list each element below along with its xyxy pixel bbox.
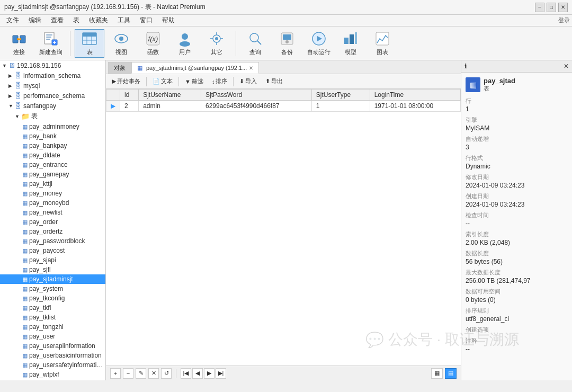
edit-record-btn[interactable]: ✎ bbox=[136, 368, 146, 379]
toolbar-model[interactable]: 模型 bbox=[336, 29, 365, 58]
menu-edit[interactable]: 编辑 bbox=[24, 15, 46, 26]
col-usertype[interactable]: SjtUserType bbox=[311, 90, 370, 101]
table-pay-system[interactable]: ▦ pay_system bbox=[0, 284, 105, 293]
table-pay-sjapi[interactable]: ▦ pay_sjapi bbox=[0, 255, 105, 265]
table-pay-wtplxf[interactable]: ▦ pay_wtplxf bbox=[0, 370, 105, 379]
db-arrow-3[interactable]: ▶ bbox=[8, 93, 15, 99]
login-button[interactable]: 登录 bbox=[558, 16, 570, 24]
toolbar-new-query[interactable]: 新建查询 bbox=[36, 29, 66, 58]
close-button[interactable]: ✕ bbox=[558, 3, 568, 12]
table-pay-gamepay[interactable]: ▦ pay_gamepay bbox=[0, 170, 105, 179]
col-username[interactable]: SjtUserName bbox=[139, 90, 201, 101]
tbar-import[interactable]: ⬇ 导入 bbox=[236, 76, 261, 87]
menu-table[interactable]: 表 bbox=[69, 15, 84, 26]
tbar-sort[interactable]: ↕ 排序 bbox=[208, 76, 231, 87]
toolbar-query[interactable]: 查询 bbox=[240, 29, 270, 58]
table-pay-order[interactable]: ▦ pay_order bbox=[0, 217, 105, 227]
first-page-btn[interactable]: |◀ bbox=[181, 368, 191, 379]
prev-page-btn[interactable]: ◀ bbox=[192, 368, 203, 379]
table-pay-user[interactable]: ▦ pay_user bbox=[0, 332, 105, 341]
cell-logintime[interactable]: 1971-01-01 08:00:00 bbox=[370, 101, 460, 112]
cell-username[interactable]: admin bbox=[139, 101, 201, 112]
menu-window[interactable]: 窗口 bbox=[136, 15, 157, 26]
form-view-btn[interactable]: ▤ bbox=[445, 368, 457, 379]
minimize-button[interactable]: − bbox=[535, 3, 544, 12]
tbar-filter[interactable]: ▼ 筛选 bbox=[181, 76, 207, 87]
tbar-text[interactable]: 📄 文本 bbox=[149, 76, 176, 87]
cell-id[interactable]: 2 bbox=[120, 101, 139, 112]
model-icon bbox=[342, 30, 359, 47]
table-pay-tklist[interactable]: ▦ pay_tklist bbox=[0, 313, 105, 322]
table-pay-userbasicinformation[interactable]: ▦ pay_userbasicinformation bbox=[0, 351, 105, 360]
table-pay-ordertz[interactable]: ▦ pay_ordertz bbox=[0, 227, 105, 236]
table-pay-adminmoney[interactable]: ▦ pay_adminmoney bbox=[0, 122, 105, 131]
toolbar-table[interactable]: 表 bbox=[75, 29, 104, 58]
table-pay-tkfl[interactable]: ▦ pay_tkfl bbox=[0, 303, 105, 313]
table-pay-passwordblock[interactable]: ▦ pay_passwordblock bbox=[0, 236, 105, 246]
table-pay-kttjl[interactable]: ▦ pay_kttjl bbox=[0, 179, 105, 189]
tbar-start-transaction[interactable]: ▶ 开始事务 bbox=[108, 76, 144, 87]
discard-record-btn[interactable]: ✕ bbox=[148, 368, 159, 379]
toolbar-user[interactable]: 用户 bbox=[170, 29, 200, 58]
menu-tools[interactable]: 工具 bbox=[113, 15, 135, 26]
col-password[interactable]: SjtPassWord bbox=[201, 90, 312, 101]
cell-usertype[interactable]: 1 bbox=[311, 101, 370, 112]
tab-table-data[interactable]: ▦ pay_sjtadminsjt @sanfangpay (192.1... … bbox=[131, 62, 259, 74]
table-pay-entrance[interactable]: ▦ pay_entrance bbox=[0, 160, 105, 170]
toolbar-chart[interactable]: 图表 bbox=[368, 29, 397, 58]
table-pay-paycost[interactable]: ▦ pay_paycost bbox=[0, 246, 105, 255]
toolbar-auto-run[interactable]: 自动运行 bbox=[304, 29, 334, 58]
server-node[interactable]: ▼ 🖥 192.168.91.156 bbox=[0, 60, 105, 70]
toolbar-backup[interactable]: 备份 bbox=[272, 29, 302, 58]
db-performance-schema[interactable]: ▶ 🗄 performance_schema bbox=[0, 91, 105, 101]
table-row[interactable]: ▶ 2 admin 6299ac6453f4990d466f87 1 1971-… bbox=[106, 101, 461, 112]
tables-arrow[interactable]: ▼ bbox=[15, 114, 21, 119]
tables-group[interactable]: ▼ 📁 表 bbox=[0, 111, 105, 122]
toolbar-connect[interactable]: 连接 bbox=[4, 29, 34, 58]
table-pay-userapiinformation[interactable]: ▦ pay_userapiinformation bbox=[0, 341, 105, 351]
toolbar-view[interactable]: 视图 bbox=[106, 29, 136, 58]
close-info-btn[interactable]: ✕ bbox=[564, 63, 569, 70]
col-id[interactable]: id bbox=[120, 90, 139, 101]
remove-record-btn[interactable]: − bbox=[123, 368, 133, 379]
add-record-btn[interactable]: + bbox=[110, 368, 121, 379]
last-page-btn[interactable]: ▶| bbox=[216, 368, 226, 379]
db-mysql[interactable]: ▶ 🗄 mysql bbox=[0, 81, 105, 91]
tbar-export[interactable]: ⬆ 导出 bbox=[262, 76, 287, 87]
tab-objects[interactable]: 对象 bbox=[108, 62, 131, 74]
db-arrow-4[interactable]: ▼ bbox=[8, 103, 15, 109]
table-pay-dldate[interactable]: ▦ pay_dldate bbox=[0, 150, 105, 160]
col-logintime[interactable]: LoginTime bbox=[370, 90, 460, 101]
menu-help[interactable]: 帮助 bbox=[158, 15, 179, 26]
menu-favorites[interactable]: 收藏夹 bbox=[85, 15, 112, 26]
toolbar-other[interactable]: 其它 bbox=[202, 29, 231, 58]
refresh-btn[interactable]: ↺ bbox=[161, 368, 172, 379]
db-arrow-1[interactable]: ▶ bbox=[8, 73, 15, 78]
table-pay-sjtadminsjt[interactable]: ▦ pay_sjtadminsjt bbox=[0, 274, 105, 284]
table-pay-sjfl[interactable]: ▦ pay_sjfl bbox=[0, 265, 105, 274]
table-pay-tongzhi[interactable]: ▦ pay_tongzhi bbox=[0, 322, 105, 332]
svg-point-3 bbox=[17, 38, 19, 40]
table-pay-money[interactable]: ▦ pay_money bbox=[0, 189, 105, 198]
db-information-schema[interactable]: ▶ 🗄 information_schema bbox=[0, 70, 105, 81]
table-pay-moneybd[interactable]: ▦ pay_moneybd bbox=[0, 198, 105, 208]
table-header-row: id SjtUserName SjtPassWord SjtUserType L… bbox=[106, 90, 461, 101]
menu-view[interactable]: 查看 bbox=[47, 15, 68, 26]
table-pay-tkconfig[interactable]: ▦ pay_tkconfig bbox=[0, 293, 105, 303]
db-sanfangpay[interactable]: ▼ 🗄 sanfangpay bbox=[0, 101, 105, 111]
table-pay-usersafetyinformation[interactable]: ▦ pay_usersafetyinformation bbox=[0, 360, 105, 370]
toolbar-function[interactable]: f(x) 函数 bbox=[138, 29, 168, 58]
table-pay-bankpay[interactable]: ▦ pay_bankpay bbox=[0, 141, 105, 150]
cell-password[interactable]: 6299ac6453f4990d466f87 bbox=[201, 101, 312, 112]
tab-close-btn[interactable]: ✕ bbox=[249, 65, 253, 71]
next-page-btn[interactable]: ▶ bbox=[204, 368, 215, 379]
maximize-button[interactable]: □ bbox=[547, 3, 556, 12]
table-pay-wttklist[interactable]: ▦ pay_wttklist bbox=[0, 379, 105, 380]
table-label-5: pay_entrance bbox=[29, 161, 68, 168]
server-arrow[interactable]: ▼ bbox=[2, 63, 8, 68]
table-pay-bank[interactable]: ▦ pay_bank bbox=[0, 131, 105, 141]
db-arrow-2[interactable]: ▶ bbox=[8, 83, 15, 88]
menu-file[interactable]: 文件 bbox=[2, 15, 23, 26]
table-pay-newlist[interactable]: ▦ pay_newlist bbox=[0, 208, 105, 217]
grid-view-btn[interactable]: ▦ bbox=[431, 368, 443, 379]
